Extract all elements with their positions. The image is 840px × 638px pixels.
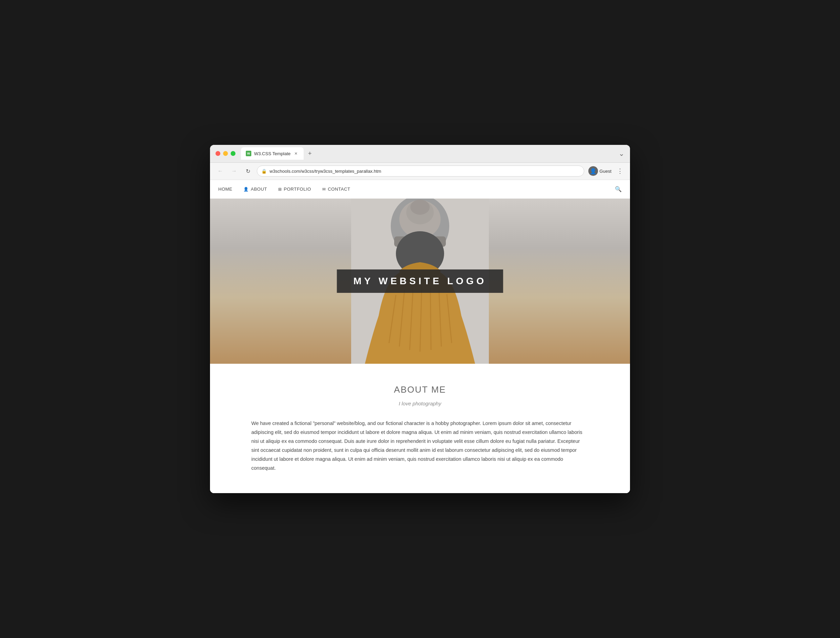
address-bar: ← → ↻ 🔒 w3schools.com/w3css/tryw3css_tem… (210, 163, 630, 180)
portfolio-icon: ⊞ (278, 187, 282, 192)
tab-bar: W W3.CSS Template ✕ + (241, 147, 619, 160)
svg-point-4 (410, 200, 430, 215)
tab-favicon: W (246, 151, 251, 156)
minimize-button[interactable] (223, 151, 228, 156)
hero-logo-text: MY WEBSITE LOGO (353, 276, 486, 287)
profile-label: Guest (600, 169, 611, 174)
new-tab-button[interactable]: + (305, 148, 315, 158)
title-bar: W W3.CSS Template ✕ + ⌄ (210, 145, 630, 163)
site-search-button[interactable]: 🔍 (615, 186, 622, 193)
mac-window: W W3.CSS Template ✕ + ⌄ ← → ↻ 🔒 w3school… (210, 145, 630, 493)
hero-section: MY WEBSITE LOGO (210, 199, 630, 364)
traffic-lights (215, 151, 236, 156)
profile-area[interactable]: 👤 Guest (588, 166, 611, 176)
svg-line-11 (430, 287, 431, 350)
back-button[interactable]: ← (215, 166, 225, 176)
active-tab[interactable]: W W3.CSS Template ✕ (241, 147, 304, 160)
nav-contact-label: CONTACT (328, 186, 350, 192)
close-button[interactable] (215, 151, 220, 156)
nav-portfolio[interactable]: ⊞ PORTFOLIO (278, 186, 311, 192)
about-title: ABOUT ME (237, 384, 603, 395)
nav-contact[interactable]: ✉ CONTACT (322, 186, 350, 192)
nav-about[interactable]: 👤 ABOUT (244, 186, 267, 192)
browser-menu-button[interactable]: ⋮ (615, 166, 625, 176)
contact-icon: ✉ (322, 187, 326, 192)
nav-portfolio-label: PORTFOLIO (284, 186, 311, 192)
about-body: We have created a fictional "personal" w… (251, 419, 589, 473)
about-subtitle: I love photography (237, 401, 603, 406)
title-bar-chevron: ⌄ (619, 149, 625, 158)
forward-button[interactable]: → (229, 166, 239, 176)
maximize-button[interactable] (231, 151, 236, 156)
tab-close-button[interactable]: ✕ (293, 151, 299, 156)
tab-title: W3.CSS Template (254, 151, 291, 156)
nav-links: HOME 👤 ABOUT ⊞ PORTFOLIO ✉ CONTACT (218, 186, 350, 192)
hero-logo-bar: MY WEBSITE LOGO (337, 270, 503, 293)
site-nav: HOME 👤 ABOUT ⊞ PORTFOLIO ✉ CONTACT 🔍 (210, 180, 630, 199)
about-icon: 👤 (244, 187, 249, 192)
nav-home-label: HOME (218, 186, 233, 192)
about-section: ABOUT ME I love photography We have crea… (210, 364, 630, 493)
address-input[interactable]: 🔒 w3schools.com/w3css/tryw3css_templates… (257, 166, 584, 177)
profile-icon: 👤 (588, 166, 598, 176)
url-text: w3schools.com/w3css/tryw3css_templates_p… (270, 169, 580, 174)
website-content: HOME 👤 ABOUT ⊞ PORTFOLIO ✉ CONTACT 🔍 (210, 180, 630, 493)
reload-button[interactable]: ↻ (243, 166, 253, 176)
lock-icon: 🔒 (261, 169, 267, 174)
nav-home[interactable]: HOME (218, 186, 233, 192)
nav-about-label: ABOUT (251, 186, 267, 192)
